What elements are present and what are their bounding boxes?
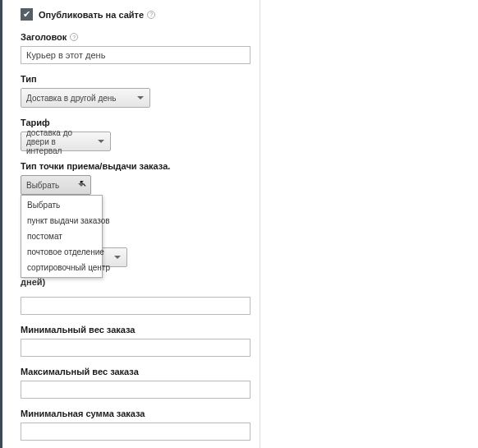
min-weight-label: Минимальный вес заказа <box>21 325 245 335</box>
admin-sidebar-edge <box>0 0 2 448</box>
type-field: Тип Доставка в другой день <box>21 74 245 108</box>
type-label: Тип <box>21 74 245 84</box>
pickup-option-postomat[interactable]: постомат <box>21 229 102 244</box>
heading-field: Заголовок ? <box>21 32 245 64</box>
column-divider <box>260 0 260 448</box>
pickup-type-label: Тип точки приема/выдачи заказа. <box>21 161 245 171</box>
max-weight-field: Максимальный вес заказа <box>21 367 245 399</box>
type-select[interactable]: Доставка в другой день <box>21 88 150 108</box>
days-suffix: дней) <box>21 277 45 287</box>
heading-input[interactable] <box>21 46 250 64</box>
heading-label: Заголовок ? <box>21 32 245 42</box>
pickup-option-sort[interactable]: сортировочный центр <box>21 260 102 275</box>
pickup-option-post[interactable]: почтовое отделение <box>21 244 102 260</box>
min-sum-input[interactable] <box>21 423 250 441</box>
type-select-value: Доставка в другой день <box>26 94 117 103</box>
tariff-select[interactable]: доставка до двери в интервал <box>21 132 111 151</box>
max-weight-input[interactable] <box>21 381 250 399</box>
pickup-option-pickup[interactable]: пункт выдачи заказов <box>21 213 102 229</box>
publish-label-text: Опубликовать на сайте <box>39 10 144 20</box>
cursor-icon: ↖ <box>79 178 87 189</box>
pickup-option-select[interactable]: Выбрать <box>21 197 102 213</box>
tariff-label: Тариф <box>21 118 245 127</box>
publish-checkbox-row: ✔ Опубликовать на сайте ? <box>21 8 245 21</box>
heading-label-text: Заголовок <box>21 32 67 42</box>
publish-checkbox[interactable]: ✔ <box>21 8 33 21</box>
min-sum-label: Минимальная сумма заказа <box>21 409 245 418</box>
tariff-select-value: доставка до двери в интервал <box>26 128 92 155</box>
pickup-type-field: Тип точки приема/выдачи заказа. Выбрать … <box>21 161 245 195</box>
tariff-field: Тариф доставка до двери в интервал <box>21 118 245 151</box>
generic-input-1[interactable] <box>21 297 250 315</box>
pickup-type-value: Выбрать <box>26 181 59 190</box>
pickup-type-dropdown: Выбрать пункт выдачи заказов постомат по… <box>21 195 103 278</box>
help-icon[interactable]: ? <box>147 11 155 19</box>
min-weight-field: Минимальный вес заказа <box>21 325 245 357</box>
help-icon[interactable]: ? <box>70 33 78 41</box>
pickup-type-select[interactable]: Выбрать ↖ <box>21 175 91 195</box>
min-sum-field: Минимальная сумма заказа <box>21 409 245 441</box>
empty-input-1 <box>21 297 245 315</box>
publish-label: Опубликовать на сайте ? <box>39 10 155 20</box>
days-suffix-row: дней) <box>21 277 245 287</box>
min-weight-input[interactable] <box>21 339 250 357</box>
form-panel: ✔ Опубликовать на сайте ? Заголовок ? Ти… <box>2 0 257 448</box>
max-weight-label: Максимальный вес заказа <box>21 367 245 376</box>
